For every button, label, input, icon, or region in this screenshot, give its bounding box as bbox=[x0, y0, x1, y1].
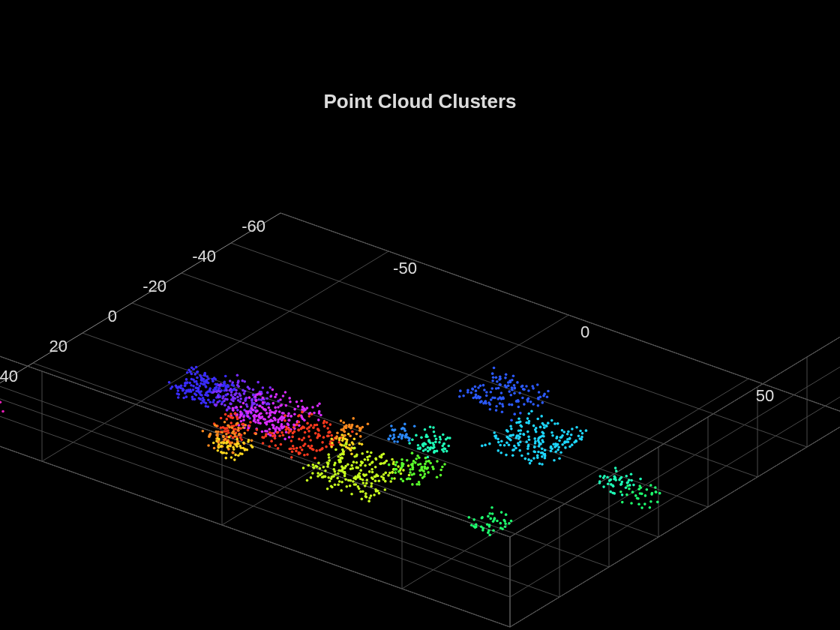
svg-point-1077 bbox=[419, 473, 422, 476]
svg-point-595 bbox=[302, 425, 304, 428]
svg-point-1208 bbox=[439, 436, 442, 439]
svg-point-596 bbox=[274, 444, 278, 447]
svg-point-926 bbox=[336, 477, 339, 480]
svg-point-1074 bbox=[409, 471, 412, 474]
svg-point-742 bbox=[224, 438, 227, 441]
svg-point-591 bbox=[322, 436, 326, 439]
svg-point-1007 bbox=[317, 462, 320, 465]
svg-point-317 bbox=[218, 384, 221, 387]
svg-point-563 bbox=[306, 422, 309, 425]
svg-point-1219 bbox=[415, 434, 418, 437]
svg-point-1164 bbox=[488, 512, 491, 515]
cluster-2 bbox=[168, 366, 236, 408]
svg-point-957 bbox=[370, 476, 374, 479]
svg-point-620 bbox=[314, 457, 316, 460]
svg-point-446 bbox=[268, 409, 272, 412]
svg-point-303 bbox=[212, 392, 214, 394]
svg-point-1329 bbox=[509, 424, 512, 428]
svg-point-764 bbox=[212, 442, 215, 445]
svg-point-302 bbox=[232, 400, 235, 403]
svg-point-1376 bbox=[541, 435, 544, 438]
svg-point-602 bbox=[301, 448, 304, 452]
svg-point-520 bbox=[261, 406, 264, 409]
svg-point-885 bbox=[370, 485, 373, 488]
svg-point-1492 bbox=[462, 394, 465, 398]
svg-point-780 bbox=[220, 446, 223, 448]
svg-point-1228 bbox=[428, 439, 430, 442]
svg-point-352 bbox=[262, 397, 265, 400]
svg-point-800 bbox=[223, 441, 226, 444]
svg-point-1629 bbox=[620, 490, 622, 494]
svg-point-1288 bbox=[560, 436, 562, 439]
svg-point-656 bbox=[248, 424, 251, 428]
svg-point-978 bbox=[380, 476, 383, 478]
svg-point-738 bbox=[224, 421, 226, 424]
svg-point-1414 bbox=[556, 443, 559, 446]
svg-point-160 bbox=[191, 398, 194, 401]
svg-point-1528 bbox=[490, 398, 493, 401]
svg-point-678 bbox=[230, 422, 232, 424]
svg-point-597 bbox=[298, 421, 301, 424]
svg-point-1588 bbox=[598, 482, 602, 484]
svg-point-617 bbox=[323, 425, 326, 428]
svg-point-633 bbox=[326, 427, 329, 430]
svg-point-182 bbox=[177, 396, 180, 399]
svg-point-574 bbox=[295, 450, 298, 453]
svg-point-587 bbox=[303, 454, 306, 457]
svg-point-769 bbox=[242, 441, 245, 444]
svg-point-985 bbox=[334, 483, 337, 486]
svg-point-993 bbox=[338, 460, 341, 464]
svg-point-277 bbox=[256, 381, 260, 384]
svg-point-1553 bbox=[517, 400, 520, 403]
svg-point-1246 bbox=[404, 423, 406, 426]
svg-point-790 bbox=[233, 458, 236, 461]
svg-point-1005 bbox=[407, 464, 410, 467]
svg-point-1050 bbox=[326, 461, 329, 464]
svg-point-1540 bbox=[466, 391, 470, 394]
svg-point-1158 bbox=[492, 529, 495, 532]
svg-point-466 bbox=[239, 415, 242, 418]
svg-point-354 bbox=[284, 391, 287, 394]
svg-point-200 bbox=[224, 380, 226, 383]
svg-point-801 bbox=[234, 454, 237, 457]
svg-point-841 bbox=[359, 435, 362, 438]
svg-point-1031 bbox=[365, 482, 368, 485]
svg-point-967 bbox=[350, 493, 353, 496]
svg-point-1022 bbox=[378, 492, 381, 495]
svg-point-575 bbox=[308, 435, 310, 438]
svg-point-615 bbox=[290, 440, 293, 442]
svg-point-1352 bbox=[561, 443, 564, 446]
svg-point-1000 bbox=[374, 476, 376, 478]
svg-point-246 bbox=[266, 392, 269, 394]
svg-point-1202 bbox=[429, 442, 432, 445]
svg-point-1034 bbox=[310, 476, 313, 479]
svg-point-1118 bbox=[411, 452, 414, 454]
svg-point-966 bbox=[371, 471, 374, 474]
svg-point-989 bbox=[332, 468, 335, 471]
svg-point-516 bbox=[259, 422, 262, 425]
svg-point-312 bbox=[225, 389, 228, 392]
svg-point-1590 bbox=[602, 485, 605, 488]
svg-point-445 bbox=[304, 408, 307, 411]
svg-point-816 bbox=[348, 443, 351, 446]
svg-point-326 bbox=[223, 400, 226, 403]
svg-point-1003 bbox=[366, 456, 369, 459]
svg-point-1609 bbox=[644, 494, 647, 497]
svg-point-944 bbox=[340, 452, 344, 455]
svg-point-1058 bbox=[347, 479, 350, 482]
svg-point-1095 bbox=[440, 474, 442, 477]
svg-point-1384 bbox=[568, 446, 572, 448]
svg-point-203 bbox=[197, 387, 200, 390]
svg-point-1011 bbox=[384, 472, 387, 475]
svg-point-1598 bbox=[612, 485, 615, 488]
svg-point-1562 bbox=[519, 412, 522, 415]
svg-point-566 bbox=[270, 440, 273, 442]
svg-point-197 bbox=[195, 366, 198, 369]
svg-point-785 bbox=[215, 440, 218, 442]
svg-point-1009 bbox=[387, 474, 390, 477]
svg-point-983 bbox=[392, 460, 395, 464]
svg-point-472 bbox=[266, 421, 268, 424]
svg-point-802 bbox=[218, 446, 220, 449]
svg-point-488 bbox=[257, 418, 260, 422]
svg-point-171 bbox=[205, 380, 208, 382]
